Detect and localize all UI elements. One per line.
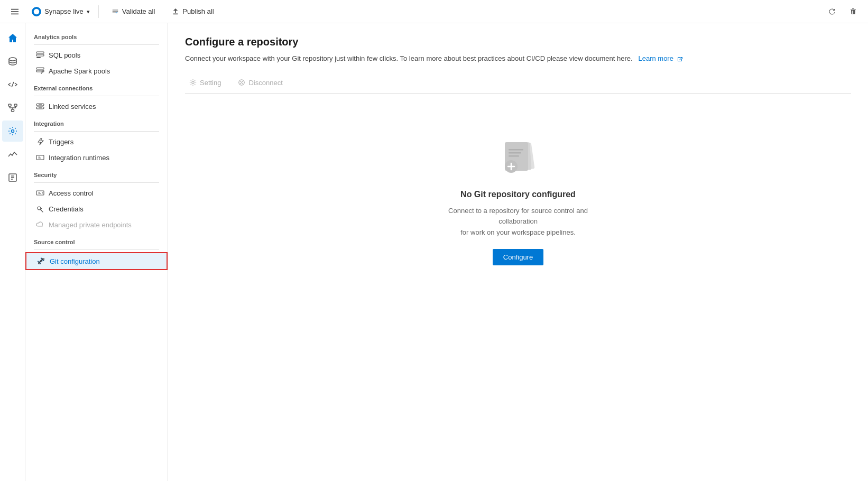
git-repo-illustration bbox=[494, 136, 542, 183]
section-header-external-connections: External connections bbox=[25, 79, 168, 94]
svg-line-5 bbox=[12, 82, 14, 87]
svg-rect-8 bbox=[11, 109, 14, 112]
integration-runtimes-label: Integration runtimes bbox=[49, 154, 109, 162]
divider-external bbox=[34, 96, 159, 96]
empty-state-title: No Git repository configured bbox=[460, 190, 576, 199]
section-header-source-control: Source control bbox=[25, 233, 168, 247]
svg-point-27 bbox=[39, 263, 40, 264]
nav-data[interactable] bbox=[2, 51, 23, 72]
credentials-label: Credentials bbox=[49, 205, 84, 213]
svg-rect-7 bbox=[14, 104, 17, 106]
sql-pools-label: SQL pools bbox=[49, 51, 80, 59]
access-control-label: Access control bbox=[49, 189, 94, 197]
divider-source-control bbox=[34, 249, 159, 250]
git-configuration-label: Git configuration bbox=[50, 257, 100, 265]
svg-rect-2 bbox=[11, 13, 19, 14]
page-title: Configure a repository bbox=[185, 36, 851, 48]
nav-home[interactable] bbox=[2, 27, 23, 49]
divider-analytics bbox=[34, 44, 159, 45]
sidebar-item-integration-runtimes[interactable]: Integration runtimes bbox=[25, 150, 168, 165]
svg-rect-35 bbox=[509, 149, 523, 151]
setting-label: Setting bbox=[200, 79, 221, 87]
workspace-icon bbox=[32, 7, 41, 16]
svg-point-28 bbox=[43, 258, 44, 260]
topbar-right bbox=[824, 3, 862, 20]
svg-rect-36 bbox=[509, 152, 521, 154]
topbar-divider-1 bbox=[98, 5, 99, 18]
workspace-name: Synapse live bbox=[44, 7, 84, 15]
sidebar-item-apache-spark-pools[interactable]: Apache Spark pools bbox=[25, 63, 168, 79]
svg-rect-23 bbox=[36, 155, 44, 160]
toolbar: Setting Disconnect bbox=[185, 72, 851, 94]
section-header-integration: Integration bbox=[25, 114, 168, 129]
runtime-icon bbox=[36, 153, 44, 162]
workspace-dropdown-icon bbox=[87, 7, 90, 15]
validate-all-button[interactable]: Validate all bbox=[107, 5, 160, 17]
nav-monitor[interactable] bbox=[2, 144, 23, 165]
svg-rect-37 bbox=[509, 155, 519, 157]
credentials-icon bbox=[36, 205, 44, 213]
sidebar-item-git-configuration[interactable]: Git configuration bbox=[25, 252, 168, 270]
section-header-analytics-pools: Analytics pools bbox=[25, 27, 168, 42]
delete-button[interactable] bbox=[845, 3, 862, 20]
spark-icon bbox=[36, 67, 44, 75]
sidebar-item-managed-private-endpoints: Managed private endpoints bbox=[25, 217, 168, 233]
divider-integration bbox=[34, 131, 159, 132]
link-icon bbox=[36, 102, 44, 110]
empty-state: No Git repository configured Connect to … bbox=[185, 94, 851, 297]
svg-rect-1 bbox=[11, 11, 19, 12]
topbar: Synapse live Validate all Publish all bbox=[0, 0, 868, 23]
triggers-label: Triggers bbox=[49, 138, 73, 146]
sidebar-item-access-control[interactable]: Access control bbox=[25, 185, 168, 201]
svg-rect-17 bbox=[36, 68, 44, 69]
main-layout: Analytics pools SQL pools Apache Spark p… bbox=[0, 23, 868, 481]
workspace-selector[interactable]: Synapse live bbox=[32, 7, 90, 16]
content-area: Configure a repository Connect your work… bbox=[168, 23, 868, 481]
disconnect-label: Disconnect bbox=[248, 79, 282, 87]
sidebar-item-sql-pools[interactable]: SQL pools bbox=[25, 47, 168, 63]
svg-rect-16 bbox=[36, 57, 41, 58]
learn-more-link[interactable]: Learn more bbox=[636, 54, 683, 62]
svg-point-4 bbox=[9, 58, 16, 61]
sidebar-item-credentials[interactable]: Credentials bbox=[25, 201, 168, 217]
apache-spark-pools-label: Apache Spark pools bbox=[49, 67, 110, 75]
validate-all-label: Validate all bbox=[122, 7, 155, 15]
nav-develop[interactable] bbox=[2, 74, 23, 95]
managed-private-endpoints-label: Managed private endpoints bbox=[49, 221, 132, 229]
left-nav bbox=[0, 23, 25, 481]
access-icon bbox=[36, 189, 44, 197]
svg-point-30 bbox=[192, 81, 194, 84]
nav-manage[interactable] bbox=[2, 121, 23, 142]
svg-rect-14 bbox=[36, 52, 44, 53]
page-description: Connect your workspace with your Git rep… bbox=[185, 53, 851, 64]
sql-icon bbox=[36, 51, 44, 59]
section-header-security: Security bbox=[25, 165, 168, 180]
publish-all-button[interactable]: Publish all bbox=[168, 5, 218, 17]
refresh-button[interactable] bbox=[824, 3, 841, 20]
sidebar-item-linked-services[interactable]: Linked services bbox=[25, 98, 168, 114]
cloud-icon bbox=[36, 220, 44, 229]
svg-rect-0 bbox=[11, 8, 19, 10]
trigger-icon bbox=[36, 137, 44, 146]
sidebar: Analytics pools SQL pools Apache Spark p… bbox=[25, 23, 168, 481]
nav-integrate[interactable] bbox=[2, 97, 23, 118]
nav-learn[interactable] bbox=[2, 167, 23, 188]
setting-button[interactable]: Setting bbox=[185, 77, 225, 89]
svg-point-25 bbox=[42, 192, 43, 193]
sidebar-item-triggers[interactable]: Triggers bbox=[25, 134, 168, 150]
git-icon bbox=[37, 257, 45, 265]
expand-nav-button[interactable] bbox=[6, 3, 23, 20]
divider-security bbox=[34, 182, 159, 183]
svg-rect-6 bbox=[8, 104, 11, 106]
empty-state-description: Connect to a repository for source contr… bbox=[428, 206, 608, 238]
linked-services-label: Linked services bbox=[49, 103, 96, 110]
disconnect-button[interactable]: Disconnect bbox=[234, 77, 287, 89]
publish-all-label: Publish all bbox=[182, 7, 214, 15]
svg-point-9 bbox=[11, 130, 14, 133]
configure-button[interactable]: Configure bbox=[493, 249, 543, 265]
svg-rect-15 bbox=[36, 54, 44, 56]
